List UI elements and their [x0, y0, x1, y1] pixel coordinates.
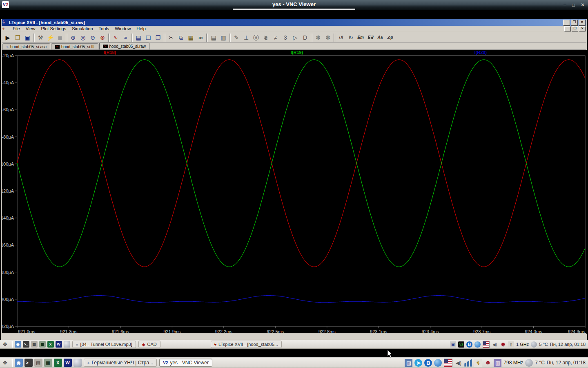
text-tool-icon[interactable]: Aa: [375, 33, 385, 42]
taskbar-window-cad[interactable]: ◆CAD: [138, 341, 160, 348]
run-simulation-icon[interactable]: ⚡: [45, 33, 55, 42]
bluetooth-icon[interactable]: B: [466, 341, 472, 348]
calculator-launcher-icon[interactable]: ▦: [39, 341, 46, 348]
trace-label-I(R20)[interactable]: I(R20): [474, 50, 487, 55]
zoom-in-icon[interactable]: ⊕: [68, 33, 78, 42]
file-manager-launcher-icon[interactable]: ▤: [31, 341, 38, 348]
speaker-icon[interactable]: ◀): [454, 359, 462, 367]
open-file-icon[interactable]: ❒: [13, 33, 22, 42]
new-schematic-icon[interactable]: ▶: [3, 33, 13, 42]
waveform-chart[interactable]: -20µA-40µA-60µA-80µA-100µA-120µA-140µA-1…: [2, 50, 588, 334]
place-component-icon[interactable]: D: [300, 33, 310, 42]
weather-ball-icon[interactable]: [525, 359, 533, 367]
zoom-pan-icon[interactable]: ◎: [78, 33, 88, 42]
vnc-icon[interactable]: V2: [458, 341, 464, 348]
menu-plot-settings[interactable]: Plot Settings: [38, 26, 69, 32]
menu-file[interactable]: File: [10, 26, 23, 32]
mirror-icon[interactable]: ✽: [323, 33, 333, 42]
draw-wire-icon[interactable]: ✎: [232, 33, 241, 42]
minimize-child-button[interactable]: _: [564, 26, 571, 31]
place-diode-icon[interactable]: ▷: [290, 33, 300, 42]
taskbar-window-media[interactable]: ●[04 - Tunnel Of Love.mp3]: [72, 341, 136, 348]
menu-simulation[interactable]: Simulation: [69, 26, 96, 32]
close-button[interactable]: ✕: [579, 20, 586, 26]
excel-launcher-icon[interactable]: X: [54, 359, 62, 367]
trace-label-I(R19)[interactable]: I(R19): [291, 50, 303, 55]
us-flag-icon[interactable]: [483, 341, 490, 348]
print-preview-icon[interactable]: ▥: [218, 33, 228, 42]
floppy-icon[interactable]: ▣: [450, 341, 456, 348]
weather-ball-icon[interactable]: [531, 341, 537, 348]
ltspice-titlebar[interactable]: ϟ LTspice XVII - [hood_stab05_si.raw] _❐…: [2, 19, 586, 26]
restore-windows-icon[interactable]: ❐: [153, 33, 163, 42]
maximize-button[interactable]: □: [572, 2, 575, 8]
tile-horizontal-icon[interactable]: ▤: [134, 33, 143, 42]
remote-clock[interactable]: Пн, 12 апр, 01:18: [550, 342, 586, 347]
menu-help[interactable]: Help: [134, 26, 149, 32]
folder-icon[interactable]: ▨: [405, 359, 412, 367]
waveform-plot-pane[interactable]: -20µA-40µA-60µA-80µA-100µA-120µA-140µA-1…: [2, 49, 586, 334]
terminal-launcher-icon[interactable]: >_: [23, 341, 29, 348]
close-child-button[interactable]: ✕: [579, 26, 586, 31]
trace-label-I(R18)[interactable]: I(R18): [104, 50, 116, 55]
minimize-button[interactable]: –: [564, 2, 566, 8]
place-ground-icon[interactable]: ⊥: [241, 33, 251, 42]
undo-icon[interactable]: ↺: [336, 33, 346, 42]
place-resistor-icon[interactable]: ≷: [261, 33, 271, 42]
cpu-meter-icon[interactable]: ▥: [494, 359, 501, 367]
drag-icon[interactable]: E∃: [365, 33, 375, 42]
tab-hood_stab05_si.raw[interactable]: ∿hood_stab05_si.raw: [99, 43, 150, 49]
cascade-windows-icon[interactable]: ❏: [143, 33, 153, 42]
taskbar-window-ltspice[interactable]: ϟLTspice XVII - [hood_stab05...: [211, 341, 282, 348]
wine-icon[interactable]: [500, 341, 506, 348]
word-launcher-icon[interactable]: W: [56, 341, 62, 348]
taskbar-window-vnc[interactable]: V2yes - VNC Viewer: [159, 359, 212, 367]
restore-child-button[interactable]: ❐: [572, 26, 578, 31]
minimize-button[interactable]: _: [563, 20, 570, 26]
zoom-out-icon[interactable]: ⊖: [88, 33, 98, 42]
rotate-icon[interactable]: ✽: [313, 33, 323, 42]
globe-launcher-icon[interactable]: [64, 341, 70, 348]
calculator-launcher-icon[interactable]: ▦: [44, 359, 52, 367]
menu-tools[interactable]: Tools: [96, 26, 112, 32]
water-drop-icon[interactable]: [434, 359, 442, 367]
cut-icon[interactable]: ✂: [166, 33, 176, 42]
control-panel-icon[interactable]: ⚒: [36, 33, 45, 42]
print-icon[interactable]: ▤: [209, 33, 218, 42]
autorange-plot-icon[interactable]: ∿: [111, 33, 120, 42]
wine-icon[interactable]: [484, 359, 492, 367]
telegram-icon[interactable]: ➤: [414, 359, 422, 367]
find-icon[interactable]: ∞: [196, 33, 205, 42]
redo-icon[interactable]: ↻: [346, 33, 356, 42]
net-label-icon[interactable]: Ⓐ: [251, 33, 261, 42]
us-flag-icon[interactable]: [444, 359, 452, 367]
speaker-icon[interactable]: ◀): [492, 341, 498, 348]
halt-simulation-icon[interactable]: ◼: [55, 33, 65, 42]
screenshot-launcher-icon[interactable]: ◉: [15, 359, 23, 367]
copy-icon[interactable]: ⧉: [176, 33, 186, 42]
excel-launcher-icon[interactable]: X: [47, 341, 54, 348]
taskbar-window-globe[interactable]: ●Германиевые УНЧ | Стра...: [84, 359, 157, 367]
bluetooth-icon[interactable]: B: [424, 359, 432, 367]
menu-window[interactable]: Window: [112, 26, 134, 32]
local-menu-button[interactable]: ❖: [0, 359, 10, 366]
menu-view[interactable]: View: [23, 26, 38, 32]
local-clock[interactable]: Пн, 12 апр, 01:18: [547, 360, 586, 366]
file-manager-launcher-icon[interactable]: ▤: [34, 359, 42, 367]
restore-button[interactable]: ❐: [571, 20, 578, 26]
plot-settings-icon[interactable]: ≈: [120, 33, 130, 42]
place-inductor-icon[interactable]: 3: [281, 33, 290, 42]
screenshot-launcher-icon[interactable]: ◉: [15, 341, 21, 348]
signal-icon[interactable]: [464, 359, 472, 367]
zoom-full-extents-icon[interactable]: ⊗: [98, 33, 107, 42]
water-drop-icon[interactable]: [474, 341, 481, 348]
tab-hood_stab05_si.fft[interactable]: ∿hood_stab05_si.fft: [51, 43, 98, 49]
save-icon[interactable]: ▣: [22, 33, 32, 42]
spice-directive-icon[interactable]: .op: [385, 33, 395, 42]
terminal-launcher-icon[interactable]: >_: [24, 359, 33, 367]
word-launcher-icon[interactable]: W: [64, 359, 72, 367]
remote-menu-button[interactable]: ❖: [0, 341, 10, 348]
place-capacitor-icon[interactable]: ≠: [271, 33, 281, 42]
battery-icon[interactable]: ▯: [508, 341, 514, 348]
globe-launcher-icon[interactable]: [74, 359, 82, 367]
